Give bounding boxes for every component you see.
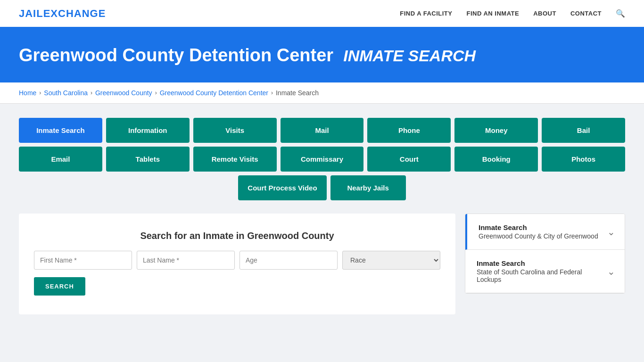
sidebar-item-sc-subtitle: State of South Carolina and Federal Lock…	[477, 268, 607, 283]
search-panel: Search for an Inmate in Greenwood County…	[19, 214, 455, 314]
tab-tablets[interactable]: Tablets	[106, 147, 190, 172]
search-icon[interactable]: 🔍	[616, 9, 625, 18]
tab-row-2: Email Tablets Remote Visits Commissary C…	[19, 147, 625, 172]
breadcrumb-south-carolina[interactable]: South Carolina	[44, 89, 88, 97]
logo-part2: EXCHANGE	[43, 8, 106, 19]
tab-bail[interactable]: Bail	[542, 118, 625, 143]
main-content: Inmate Search Information Visits Mail Ph…	[0, 104, 644, 362]
nav-find-inmate[interactable]: FIND AN INMATE	[466, 10, 519, 17]
breadcrumb-greenwood-county[interactable]: Greenwood County	[95, 89, 152, 97]
nav-links: FIND A FACILITY FIND AN INMATE ABOUT CON…	[400, 9, 625, 18]
tab-row-1: Inmate Search Information Visits Mail Ph…	[19, 118, 625, 143]
tab-nearby-jails[interactable]: Nearby Jails	[330, 175, 406, 200]
sidebar-item-sc-left: Inmate Search State of South Carolina an…	[477, 259, 607, 283]
breadcrumb-sep-4: ›	[271, 90, 273, 96]
race-select[interactable]: Race White Black Hispanic Asian Other	[342, 251, 440, 270]
breadcrumb-sep-1: ›	[39, 90, 41, 96]
tab-photos[interactable]: Photos	[542, 147, 625, 172]
tab-information[interactable]: Information	[106, 118, 190, 143]
search-title: Search for an Inmate in Greenwood County	[34, 230, 440, 241]
breadcrumb-gcdc[interactable]: Greenwood County Detention Center	[160, 89, 268, 97]
nav-about[interactable]: ABOUT	[533, 10, 556, 17]
breadcrumb-bar: Home › South Carolina › Greenwood County…	[0, 82, 644, 104]
tab-visits[interactable]: Visits	[193, 118, 277, 143]
tab-email[interactable]: Email	[19, 147, 102, 172]
search-fields: Race White Black Hispanic Asian Other	[34, 251, 440, 270]
tab-money[interactable]: Money	[454, 118, 538, 143]
tab-inmate-search[interactable]: Inmate Search	[19, 118, 102, 143]
sidebar-item-sc-title: Inmate Search	[477, 259, 607, 267]
tab-row-3: Court Process Video Nearby Jails	[19, 175, 625, 200]
nav-find-facility[interactable]: FIND A FACILITY	[400, 10, 452, 17]
chevron-down-icon-greenwood: ⌄	[607, 226, 615, 238]
chevron-down-icon-sc: ⌄	[607, 266, 615, 277]
breadcrumb-home[interactable]: Home	[19, 89, 36, 97]
last-name-input[interactable]	[137, 251, 235, 270]
sidebar-item-greenwood-subtitle: Greenwood County & City of Greenwood	[479, 232, 598, 240]
breadcrumb-sep-2: ›	[91, 90, 92, 96]
tab-court-process-video[interactable]: Court Process Video	[238, 175, 326, 200]
sidebar-item-greenwood-left: Inmate Search Greenwood County & City of…	[479, 223, 598, 240]
logo-part1: JAIL	[19, 8, 43, 19]
two-col-layout: Search for an Inmate in Greenwood County…	[19, 214, 625, 314]
sidebar-item-greenwood[interactable]: Inmate Search Greenwood County & City of…	[465, 214, 625, 250]
tab-commissary[interactable]: Commissary	[281, 147, 364, 172]
breadcrumb-sep-3: ›	[155, 90, 157, 96]
breadcrumb-current: Inmate Search	[276, 89, 319, 97]
breadcrumb: Home › South Carolina › Greenwood County…	[19, 89, 625, 97]
hero-section: Greenwood County Detention Center INMATE…	[0, 28, 644, 82]
search-button[interactable]: SEARCH	[34, 277, 85, 296]
tab-court[interactable]: Court	[367, 147, 451, 172]
sidebar-item-greenwood-title: Inmate Search	[479, 223, 598, 231]
tab-phone[interactable]: Phone	[367, 118, 451, 143]
age-input[interactable]	[239, 251, 338, 270]
hero-title: Greenwood County Detention Center INMATE…	[19, 45, 625, 66]
logo[interactable]: JAILEXCHANGE	[19, 8, 106, 20]
tab-button-grid: Inmate Search Information Visits Mail Ph…	[19, 118, 625, 200]
tab-mail[interactable]: Mail	[281, 118, 364, 143]
sidebar-item-sc[interactable]: Inmate Search State of South Carolina an…	[465, 250, 625, 293]
first-name-input[interactable]	[34, 251, 132, 270]
navbar: JAILEXCHANGE FIND A FACILITY FIND AN INM…	[0, 0, 644, 28]
nav-contact[interactable]: CONTACT	[570, 10, 602, 17]
tab-remote-visits[interactable]: Remote Visits	[193, 147, 277, 172]
tab-booking[interactable]: Booking	[454, 147, 538, 172]
sidebar-panel: Inmate Search Greenwood County & City of…	[465, 214, 625, 294]
